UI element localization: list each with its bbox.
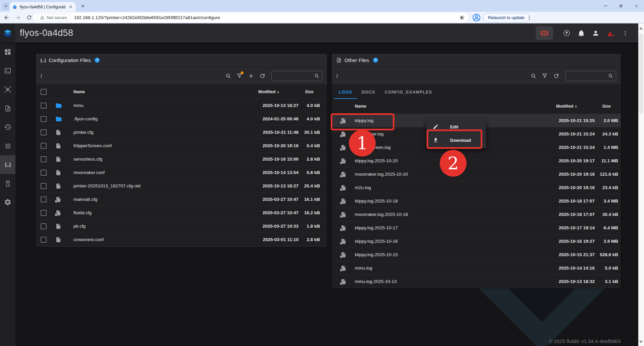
new-tab-icon[interactable] xyxy=(79,2,87,10)
browser-tab[interactable]: flyos-0a4d58 | Configuration xyxy=(9,2,76,12)
table-row[interactable]: klippy.log.2025-10-152025-10-15 21:37528… xyxy=(332,248,621,262)
context-menu-item-edit[interactable]: Edit xyxy=(426,120,486,133)
browser-menu-icon[interactable] xyxy=(526,13,533,22)
tab-docs[interactable]: DOCS xyxy=(357,85,380,99)
scroll-down-arrow-icon[interactable] xyxy=(639,341,643,343)
relaunch-to-update-button[interactable]: Relaunch to update xyxy=(483,13,529,22)
file-search-box[interactable] xyxy=(565,71,616,81)
browser-profile-icon[interactable] xyxy=(472,13,481,22)
address-bar[interactable]: Not secure 192.168.1.125/?printer=24282e… xyxy=(34,13,468,22)
update-available-button[interactable] xyxy=(563,29,571,37)
panel-toolbar: / xyxy=(36,67,327,85)
table-row[interactable]: mainsail.cfg2025-03-27 10:4716.1 kB xyxy=(36,193,327,206)
plus-icon xyxy=(248,73,254,79)
row-checkbox[interactable] xyxy=(41,129,47,135)
row-checkbox[interactable] xyxy=(41,183,47,189)
file-search-box[interactable] xyxy=(271,71,322,81)
row-checkbox[interactable] xyxy=(41,210,47,216)
row-checkbox[interactable] xyxy=(41,196,47,203)
user-account-button[interactable] xyxy=(592,30,599,37)
table-row[interactable]: .flyos-config2024-01-25 06:464.0 kB xyxy=(36,112,327,126)
table-row[interactable]: printer.cfg2025-10-21 11:4830.1 kB xyxy=(36,126,327,139)
row-checkbox[interactable] xyxy=(41,223,47,229)
restore-button[interactable] xyxy=(613,0,629,12)
row-checkbox[interactable] xyxy=(41,237,47,243)
table-row[interactable]: fluidd.cfg2025-03-27 10:4716.2 kB xyxy=(36,206,327,220)
help-icon[interactable]: ? xyxy=(95,58,100,63)
file-modified: 2025-10-16 19:27 xyxy=(556,239,595,244)
fluidd-logo-icon[interactable] xyxy=(0,23,15,43)
sidebar-item-configuration[interactable]: {...} xyxy=(0,155,15,174)
row-checkbox[interactable] xyxy=(41,156,47,162)
forward-icon[interactable] xyxy=(13,12,23,22)
filter-button[interactable] xyxy=(539,70,550,81)
search-input[interactable] xyxy=(568,73,608,78)
brake-alert-icon xyxy=(540,29,548,37)
row-checkbox[interactable] xyxy=(41,143,47,149)
refresh-button[interactable] xyxy=(550,70,562,81)
select-all-checkbox[interactable] xyxy=(41,89,47,95)
table-row[interactable]: mmu.log.2025-10-132025-10-13 18:323.1 kB xyxy=(332,275,621,288)
table-row[interactable]: crowsnest.conf2025-03-01 11:102.8 kB xyxy=(36,233,327,246)
column-size[interactable]: Size xyxy=(595,104,618,109)
add-button[interactable] xyxy=(245,70,257,81)
column-modified[interactable]: Modified xyxy=(258,90,299,94)
table-row[interactable]: mmu2025-10-13 18:274.0 kB xyxy=(36,99,327,112)
table-row[interactable]: KlipperScreen.conf2025-10-20 19:160.4 kB xyxy=(36,139,327,153)
table-row[interactable]: klippy.log.2025-10-182025-10-18 17:073.4… xyxy=(332,194,621,208)
file-name: mmu.log xyxy=(355,266,556,271)
column-size[interactable]: Size xyxy=(299,90,320,94)
table-row[interactable]: klippy.log.2025-10-202025-10-20 19:1711.… xyxy=(332,154,621,168)
sidebar-item-dashboard[interactable] xyxy=(0,43,15,61)
sidebar: {...} xyxy=(0,43,15,346)
filter-button[interactable] xyxy=(234,70,245,81)
sidebar-item-console[interactable] xyxy=(0,61,15,80)
sidebar-item-history[interactable] xyxy=(0,118,15,136)
table-row[interactable]: plr.cfg2025-03-27 10:331.8 kB xyxy=(36,220,327,233)
row-checkbox[interactable] xyxy=(41,103,47,109)
help-icon[interactable]: ? xyxy=(373,58,378,63)
scrollbar-thumb[interactable] xyxy=(639,34,643,114)
tab-search-chevron-icon[interactable] xyxy=(2,2,10,10)
bookmark-star-icon[interactable] xyxy=(459,15,465,20)
reload-icon[interactable] xyxy=(24,12,34,22)
sidebar-item-tune[interactable] xyxy=(0,136,15,155)
table-row[interactable]: klippy.log.2025-10-172025-10-17 19:146.4… xyxy=(332,221,621,235)
page-scrollbar[interactable] xyxy=(638,23,644,346)
printer-brand-button[interactable] xyxy=(606,29,615,37)
search-input[interactable] xyxy=(274,73,314,78)
column-name[interactable]: Name xyxy=(355,104,556,109)
context-menu-item-download[interactable]: Download xyxy=(426,133,486,147)
header-actions xyxy=(536,23,628,43)
column-name[interactable]: Name xyxy=(73,90,258,94)
overflow-menu-button[interactable] xyxy=(622,30,628,36)
back-icon[interactable] xyxy=(1,12,11,22)
notifications-button[interactable] xyxy=(578,30,585,37)
sidebar-item-system[interactable] xyxy=(0,174,15,193)
column-modified[interactable]: Modified xyxy=(556,104,595,109)
row-checkbox[interactable] xyxy=(41,170,47,176)
sidebar-item-jobs[interactable] xyxy=(0,99,15,118)
table-row[interactable]: printer-20251013_182707.cfg-old2025-10-1… xyxy=(36,179,327,193)
table-row[interactable]: moonraker.log.2025-10-202025-10-20 19:16… xyxy=(332,168,621,181)
table-row[interactable]: moonraker.log.2025-10-182025-10-18 17:07… xyxy=(332,208,621,221)
tab-close-icon[interactable] xyxy=(68,4,73,10)
tab-config_examples[interactable]: CONFIG_EXAMPLES xyxy=(380,85,437,99)
emergency-stop-button[interactable] xyxy=(536,26,553,40)
row-checkbox[interactable] xyxy=(41,116,47,122)
table-row[interactable]: moonraker.conf2025-10-14 13:540.8 kB xyxy=(36,166,327,179)
table-row[interactable]: klippy.log.2025-10-162025-10-16 19:273.9… xyxy=(332,235,621,248)
refresh-button[interactable] xyxy=(257,70,268,81)
search-button[interactable] xyxy=(222,70,234,81)
tab-logs[interactable]: LOGS xyxy=(334,85,357,99)
security-chip[interactable]: Not secure xyxy=(36,14,70,21)
table-row[interactable]: m2u.log2025-10-20 19:1623.4 kB xyxy=(332,181,621,194)
minimize-button[interactable] xyxy=(598,0,613,12)
table-row[interactable]: sensorless.cfg2025-10-16 15:002.8 kB xyxy=(36,153,327,166)
close-window-button[interactable] xyxy=(629,0,644,12)
scroll-up-arrow-icon[interactable] xyxy=(639,27,643,30)
search-button[interactable] xyxy=(528,70,539,81)
sidebar-item-gcode-preview[interactable] xyxy=(0,80,15,99)
sidebar-item-settings[interactable] xyxy=(0,193,15,212)
table-row[interactable]: mmu.log2025-10-14 14:165.0 kB xyxy=(332,262,621,275)
